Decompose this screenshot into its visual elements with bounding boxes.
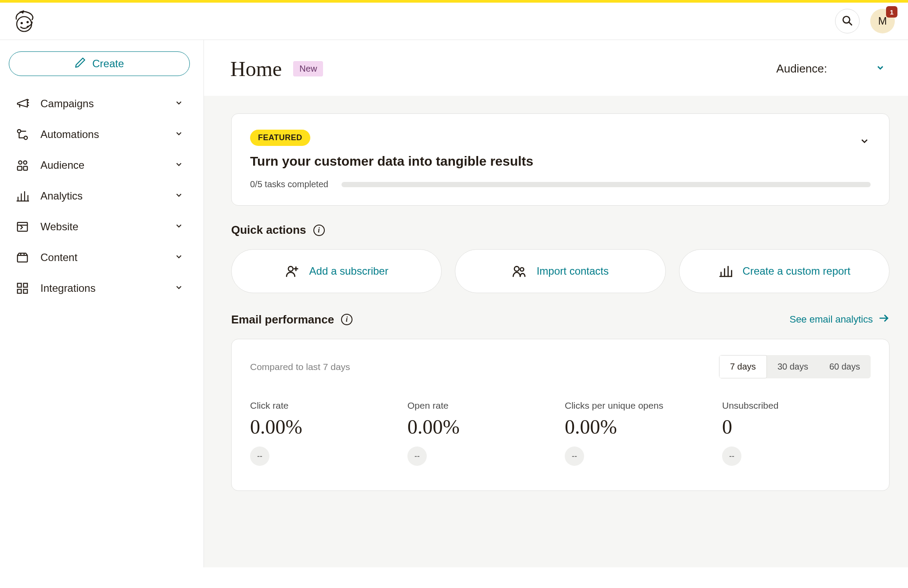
svg-rect-10 [24,167,28,171]
quick-actions-title: Quick actions i [231,223,325,237]
content-icon [16,251,29,264]
svg-point-29 [520,268,524,271]
sidebar-item-label: Audience [40,159,84,171]
sidebar-item-website[interactable]: Website [16,211,188,242]
notification-badge: 1 [886,6,897,18]
qa-label: Import contacts [537,265,609,277]
featured-expand-button[interactable] [859,136,870,148]
content: FEATURED Turn your customer data into ta… [204,96,908,491]
metric-value: 0.00% [250,415,399,439]
user-plus-icon [285,264,299,278]
progress-text: 0/5 tasks completed [250,179,328,189]
featured-title: Turn your customer data into tangible re… [250,154,871,169]
qa-create-report[interactable]: Create a custom report [679,249,890,293]
svg-rect-18 [18,255,28,262]
quick-actions-row: Add a subscriber Import contacts [231,249,890,293]
svg-point-0 [17,17,32,32]
integrations-icon [16,282,29,295]
sidebar-item-content[interactable]: Content [16,242,188,273]
featured-progress-row: 0/5 tasks completed [250,179,871,189]
main: Home New Audience: FEATURED Turn your cu… [204,40,908,567]
automation-icon [16,128,29,141]
email-perf-title: Email performance i [231,313,352,327]
sidebar-item-label: Analytics [40,190,83,202]
header-right: M 1 [835,9,895,33]
svg-point-1 [21,22,23,24]
metric-delta: -- [407,446,427,466]
layout: Create Campaigns [0,40,908,567]
audience-select[interactable]: Audience: [776,62,885,76]
search-button[interactable] [835,9,860,33]
period-tab-30days[interactable]: 30 days [767,355,819,378]
metric-value: 0 [722,415,871,439]
search-icon [842,15,853,28]
perf-header-row: Compared to last 7 days 7 days 30 days 6… [250,355,871,378]
sidebar-item-label: Content [40,251,77,264]
avatar-initial: M [878,15,887,27]
metric-delta: -- [565,446,584,466]
period-tabs: 7 days 30 days 60 days [719,355,871,378]
chevron-down-icon [875,62,885,76]
metric-value: 0.00% [407,415,556,439]
metric-open-rate: Open rate 0.00% -- [407,400,556,466]
mailchimp-logo-icon[interactable] [12,9,36,33]
svg-rect-21 [18,283,22,287]
qa-import-contacts[interactable]: Import contacts [455,249,665,293]
top-header: M 1 [0,3,908,40]
period-tab-7days[interactable]: 7 days [719,355,767,378]
email-performance-card: Compared to last 7 days 7 days 30 days 6… [231,339,890,491]
featured-pill: FEATURED [250,130,310,146]
period-tab-60days[interactable]: 60 days [819,355,871,378]
sidebar-item-label: Website [40,221,78,233]
chevron-down-icon [174,252,183,263]
svg-rect-23 [18,290,22,294]
metric-label: Unsubscribed [722,400,871,411]
metric-label: Clicks per unique opens [565,400,713,411]
svg-rect-24 [24,290,28,294]
audience-label: Audience: [776,62,827,76]
info-icon[interactable]: i [313,225,325,236]
sidebar-item-label: Campaigns [40,98,94,110]
bar-chart-icon [718,264,732,278]
nav-list: Campaigns Automations [9,88,195,304]
metric-unsubscribed: Unsubscribed 0 -- [722,400,871,466]
new-badge: New [293,61,323,76]
avatar-wrap[interactable]: M 1 [870,9,895,33]
svg-point-8 [24,161,27,164]
chevron-down-icon [174,191,183,201]
see-email-analytics-link[interactable]: See email analytics [789,312,890,327]
chevron-down-icon [174,129,183,140]
svg-point-2 [26,21,29,23]
website-icon [16,220,29,233]
page-title: Home [230,57,282,81]
metric-delta: -- [250,446,269,466]
sidebar-item-integrations[interactable]: Integrations [16,273,188,304]
metrics-row: Click rate 0.00% -- Open rate 0.00% -- C… [250,400,871,466]
page-header: Home New Audience: [204,40,908,96]
info-icon[interactable]: i [341,314,352,325]
quick-actions-header: Quick actions i [231,223,890,237]
create-label: Create [92,58,124,70]
email-perf-header: Email performance i See email analytics [231,312,890,327]
metric-label: Click rate [250,400,399,411]
compared-text: Compared to last 7 days [250,362,350,372]
qa-add-subscriber[interactable]: Add a subscriber [231,249,442,293]
chevron-down-icon [174,221,183,232]
audience-icon [16,159,29,172]
create-button[interactable]: Create [9,51,190,76]
chevron-down-icon [174,98,183,109]
svg-point-25 [288,266,293,271]
qa-label: Create a custom report [743,265,850,277]
sidebar-item-campaigns[interactable]: Campaigns [16,88,188,119]
sidebar-item-label: Integrations [40,282,95,294]
metric-click-rate: Click rate 0.00% -- [250,400,399,466]
metric-value: 0.00% [565,415,713,439]
svg-point-7 [18,161,22,164]
sidebar-item-audience[interactable]: Audience [16,150,188,181]
sidebar-item-analytics[interactable]: Analytics [16,181,188,211]
sidebar-item-automations[interactable]: Automations [16,119,188,150]
svg-line-4 [849,22,852,25]
svg-point-28 [514,266,519,271]
sidebar-item-label: Automations [40,128,99,141]
chevron-down-icon [174,160,183,171]
